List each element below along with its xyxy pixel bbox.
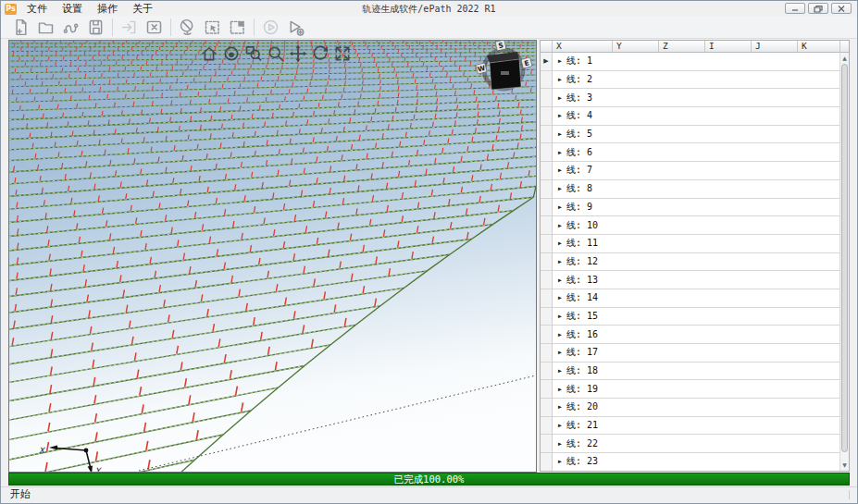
row-header [541, 289, 553, 307]
row-header [541, 271, 553, 289]
status-grip [849, 490, 850, 499]
table-row[interactable]: ▶线: 16 [541, 326, 839, 344]
expand-arrow-icon[interactable]: ▶ [558, 440, 562, 448]
minimize-icon [790, 5, 800, 12]
table-row[interactable]: ▶线: 12 [541, 253, 839, 272]
table-row[interactable]: ▶线: 22 [541, 435, 839, 453]
rotate-button[interactable] [310, 43, 330, 64]
column-header-x[interactable]: X [553, 41, 613, 52]
table-row[interactable]: ▶线: 11 [541, 235, 839, 253]
table-row[interactable]: ▶线: 9 [541, 199, 839, 217]
zoom-window-button[interactable] [243, 43, 264, 64]
expand-arrow-icon[interactable]: ▶ [558, 149, 562, 156]
expand-arrow-icon[interactable]: ▶ [558, 403, 562, 411]
save-button[interactable] [83, 17, 107, 38]
path-spline-button[interactable] [58, 17, 82, 38]
play-button[interactable] [258, 17, 282, 38]
row-header [541, 363, 553, 380]
scroll-down-arrow-icon[interactable]: ▼ [840, 460, 849, 470]
expand-arrow-icon[interactable]: ▶ [558, 222, 562, 229]
fit-expand-icon [333, 44, 352, 63]
expand-arrow-icon[interactable]: ▶ [558, 76, 562, 83]
table-row[interactable]: ▶线: 7 [541, 162, 839, 180]
table-row[interactable]: ▶线: 3 [541, 89, 839, 107]
table-row[interactable]: ▶线: 20 [541, 399, 839, 417]
table-row[interactable]: ▶线: 13 [541, 271, 839, 289]
table-row[interactable]: ▶线: 15 [541, 308, 839, 326]
table-row[interactable]: ▶线: 21 [541, 417, 839, 436]
row-label: 线: 4 [566, 109, 592, 122]
select-region-button[interactable] [200, 17, 224, 38]
table-row[interactable]: ▶线: 10 [541, 216, 839, 235]
expand-arrow-icon[interactable]: ▶ [558, 294, 562, 301]
table-row[interactable]: ▶线: 6 [541, 143, 839, 162]
view-cube-south-label[interactable]: S [495, 41, 506, 51]
expand-arrow-icon[interactable]: ▶ [558, 313, 562, 320]
toolpath-scene[interactable]: XYSWE [9, 41, 536, 472]
menu-item-0[interactable]: 文件 [19, 2, 55, 16]
table-row[interactable]: ▶线: 19 [541, 380, 839, 399]
scroll-thumb[interactable] [841, 64, 848, 452]
expand-arrow-icon[interactable]: ▶ [558, 57, 562, 65]
main-toolbar [1, 16, 857, 39]
new-file-button[interactable] [8, 17, 32, 38]
expand-arrow-icon[interactable]: ▶ [558, 277, 562, 284]
expand-arrow-icon[interactable]: ▶ [558, 112, 562, 119]
expand-arrow-icon[interactable]: ▶ [558, 185, 562, 192]
menu-item-1[interactable]: 设置 [55, 2, 90, 16]
restore-button[interactable] [808, 3, 828, 14]
pan-button[interactable] [288, 43, 308, 64]
expand-arrow-icon[interactable]: ▶ [558, 240, 562, 247]
home-view-button[interactable] [199, 43, 219, 64]
scroll-up-arrow-icon[interactable]: ▲ [840, 53, 849, 63]
table-row[interactable]: ▶线: 17 [541, 344, 839, 363]
table-row[interactable]: ▶线: 18 [541, 363, 839, 381]
hide-view-button[interactable] [175, 17, 199, 38]
close-icon [837, 5, 846, 13]
column-header-k[interactable]: K [798, 41, 840, 52]
menu-item-2[interactable]: 操作 [90, 2, 125, 16]
table-row[interactable]: ▶线: 5 [541, 126, 839, 144]
select-solid-region-button[interactable] [225, 17, 249, 38]
expand-arrow-icon[interactable]: ▶ [558, 367, 562, 375]
row-content: ▶线: 22 [553, 435, 598, 452]
column-header-j[interactable]: J [752, 41, 798, 52]
column-header-y[interactable]: Y [613, 41, 659, 52]
zoom-button[interactable] [266, 43, 286, 64]
expand-arrow-icon[interactable]: ▶ [558, 130, 562, 138]
expand-arrow-icon[interactable]: ▶ [558, 422, 562, 429]
row-content: ▶线: 2 [553, 71, 592, 89]
row-content: ▶线: 1 [553, 53, 592, 70]
expand-arrow-icon[interactable]: ▶ [558, 258, 562, 265]
table-row[interactable]: ▶线: 14 [541, 289, 839, 308]
open-folder-button[interactable] [33, 17, 57, 38]
close-button[interactable] [831, 3, 852, 14]
expand-arrow-icon[interactable]: ▶ [558, 386, 562, 393]
orbit-view-button[interactable] [221, 43, 242, 64]
menu-item-3[interactable]: 关于 [125, 2, 160, 16]
row-label: 线: 17 [566, 346, 598, 359]
table-row[interactable]: ▶线: 23 [541, 453, 839, 471]
expand-arrow-icon[interactable]: ▶ [558, 203, 562, 211]
expand-arrow-icon[interactable]: ▶ [558, 331, 562, 338]
expand-arrow-icon[interactable]: ▶ [558, 349, 562, 356]
view-cube-east-label[interactable]: E [521, 57, 532, 68]
column-header-i[interactable]: I [705, 41, 752, 52]
minimize-button[interactable] [785, 3, 805, 14]
expand-arrow-icon[interactable]: ▶ [558, 94, 562, 102]
table-row[interactable]: ▶线: 4 [541, 107, 839, 126]
table-row[interactable]: ▶线: 2 [541, 71, 839, 90]
expand-arrow-icon[interactable]: ▶ [558, 166, 562, 174]
row-label: 线: 19 [566, 383, 598, 396]
delete-button[interactable] [142, 17, 166, 38]
table-scrollbar[interactable]: ▲ ▼ [839, 53, 849, 471]
table-row[interactable]: ▶▶线: 1 [541, 53, 839, 71]
fit-view-button[interactable] [332, 43, 353, 64]
view-cube-west-label[interactable]: W [476, 63, 487, 74]
expand-arrow-icon[interactable]: ▶ [558, 458, 562, 465]
column-header-z[interactable]: Z [659, 41, 705, 52]
import-button[interactable] [117, 17, 141, 38]
run-add-button[interactable] [283, 17, 307, 38]
row-label: 线: 16 [566, 328, 598, 341]
table-row[interactable]: ▶线: 8 [541, 180, 839, 199]
